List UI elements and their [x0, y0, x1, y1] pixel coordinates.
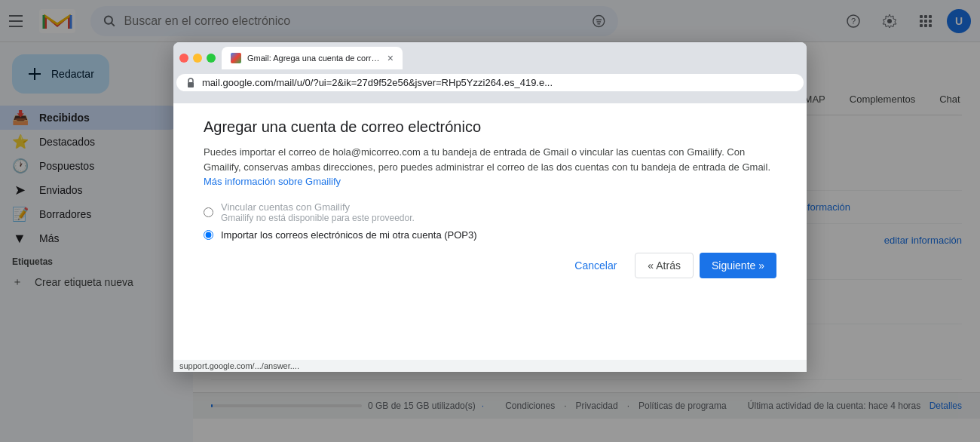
- tab-favicon: [231, 52, 241, 64]
- chrome-content: Agregar una cuenta de correo electrónico…: [173, 103, 807, 360]
- tab-close-icon[interactable]: ×: [387, 52, 394, 64]
- modal-overlay: Gmail: Agrega una cuenta de correo elect…: [0, 0, 980, 442]
- chrome-controls: [179, 54, 216, 63]
- chrome-titlebar: Gmail: Agrega una cuenta de correo elect…: [173, 42, 807, 74]
- status-text: support.google.com/.../answer....: [179, 361, 299, 370]
- back-button[interactable]: « Atrás: [635, 253, 694, 278]
- label-importar-option: Importar los correos electrónicos de mi …: [221, 229, 477, 241]
- dialog-description: Puedes importar el correo de hola@micorr…: [204, 145, 776, 189]
- radio-importar[interactable]: [204, 230, 213, 240]
- svg-rect-24: [188, 82, 194, 87]
- address-bar-text: mail.google.com/mail/u/0/?ui=2&ik=27d9f5…: [202, 77, 795, 88]
- sublabel-vincular: Gmailify no está disponible para este pr…: [221, 213, 415, 223]
- tab-favicon-img: [231, 53, 241, 63]
- dialog-actions: Cancelar « Atrás Siguiente »: [204, 253, 776, 278]
- dialog-more-info-link[interactable]: Más información sobre Gmailify: [204, 176, 341, 187]
- chrome-maximize-button[interactable]: [207, 54, 216, 63]
- label-vincular: Vincular cuentas con Gmailify: [221, 201, 350, 213]
- chrome-close-button[interactable]: [179, 54, 188, 63]
- dialog-option-importar[interactable]: Importar los correos electrónicos de mi …: [204, 229, 776, 241]
- tab-title: Gmail: Agrega una cuenta de correo elect…: [247, 54, 381, 63]
- chrome-tab[interactable]: Gmail: Agrega una cuenta de correo elect…: [222, 47, 403, 69]
- dialog: Agregar una cuenta de correo electrónico…: [185, 103, 795, 293]
- dialog-option-vincular[interactable]: Vincular cuentas con Gmailify Gmailify n…: [204, 201, 776, 223]
- radio-vincular[interactable]: [204, 207, 213, 217]
- lock-icon: [185, 78, 196, 88]
- chrome-address-bar[interactable]: mail.google.com/mail/u/0/?ui=2&ik=27d9f5…: [176, 74, 804, 91]
- chrome-minimize-button[interactable]: [193, 54, 202, 63]
- next-button[interactable]: Siguiente »: [700, 253, 776, 278]
- status-bar: support.google.com/.../answer....: [173, 360, 807, 372]
- chrome-window: Gmail: Agrega una cuenta de correo elect…: [173, 42, 807, 372]
- dialog-title: Agregar una cuenta de correo electrónico: [204, 118, 776, 136]
- cancel-button[interactable]: Cancelar: [562, 253, 629, 278]
